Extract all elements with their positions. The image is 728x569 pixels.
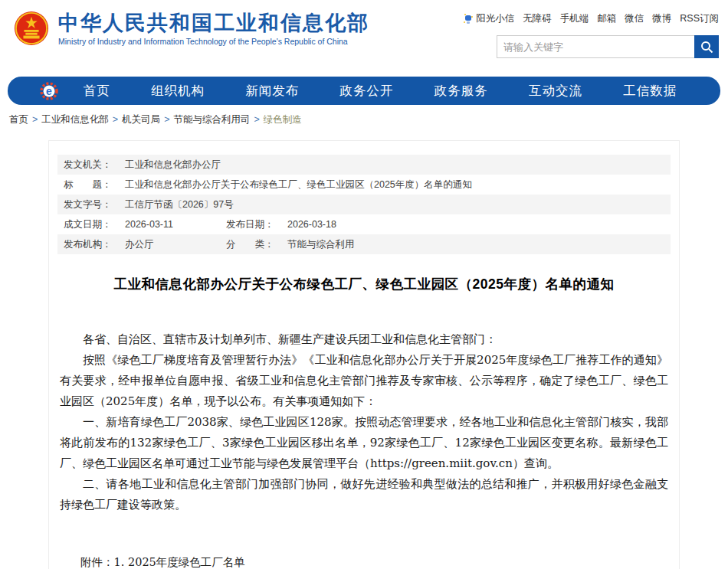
miit-gear-logo-icon: e (40, 82, 58, 100)
paragraph-item-one: 一、新培育绿色工厂2038家、绿色工业园区128家。按照动态管理要求，经各地工业… (60, 412, 668, 474)
meta-label: 成文日期： (64, 214, 125, 234)
nav-item-home[interactable]: 首页 (84, 83, 110, 100)
meta-value: 节能与综合利用 (287, 239, 355, 250)
attachments-label: 附件： (80, 556, 114, 568)
meta-row-issuing-authority: 发文机关：工业和信息化部办公厅 (57, 155, 671, 175)
paragraph-intro: 按照《绿色工厂梯度培育及管理暂行办法》《工业和信息化部办公厅关于开展2025年度… (60, 350, 668, 412)
meta-row-title: 标 题：工业和信息化部办公厅关于公布绿色工厂、绿色工业园区（2025年度）名单的… (57, 175, 671, 195)
search-input[interactable] (497, 35, 694, 58)
breadcrumb-miit[interactable]: 工业和信息化部 (41, 114, 109, 125)
breadcrumb-energy-dept[interactable]: 节能与综合利用司 (173, 114, 250, 125)
meta-value: 办公厅 (125, 234, 226, 254)
document-title: 工业和信息化部办公厅关于公布绿色工厂、绿色工业园区（2025年度）名单的通知 (57, 275, 671, 293)
weibo-link[interactable]: 微博 (652, 12, 671, 25)
document-container: 发文机关：工业和信息化部办公厅 标 题：工业和信息化部办公厅关于公布绿色工厂、绿… (48, 140, 680, 569)
breadcrumb-separator: > (164, 114, 169, 125)
accessibility-link[interactable]: 无障碍 (523, 12, 552, 25)
site-title-en: Ministry of Industry and Information Tec… (58, 37, 369, 46)
breadcrumb-separator: > (113, 114, 118, 125)
nav-item-organization[interactable]: 组织机构 (151, 83, 205, 100)
nav-item-gov-openness[interactable]: 政务公开 (339, 83, 393, 100)
attachments-section: 附件：1. 2025年度绿色工厂名单 2. 2025年度绿色工业园区名单 3. … (57, 552, 671, 569)
rss-link[interactable]: RSS订阅 (680, 12, 719, 25)
meta-label: 发文字号： (64, 195, 125, 214)
breadcrumb-separator: > (32, 114, 38, 125)
meta-value: 工信厅节函〔2026〕97号 (125, 199, 234, 210)
meta-row-publisher-category: 发布机构：办公厅分 类：节能与综合利用 (57, 234, 671, 254)
document-body: 各省、自治区、直辖市及计划单列市、新疆生产建设兵团工业和信息化主管部门： 按照《… (57, 329, 671, 515)
assistant-robot-icon (463, 13, 474, 25)
nav-item-news[interactable]: 新闻发布 (245, 83, 299, 100)
breadcrumb-departments[interactable]: 机关司局 (122, 114, 160, 125)
breadcrumb-separator: > (254, 114, 259, 125)
breadcrumb-current: 绿色制造 (264, 114, 302, 125)
meta-value: 工业和信息化部办公厅关于公布绿色工厂、绿色工业园区（2025年度）名单的通知 (125, 179, 472, 190)
meta-value: 工业和信息化部办公厅 (125, 159, 221, 170)
breadcrumb-home[interactable]: 首页 (9, 114, 28, 125)
paragraph-salutation: 各省、自治区、直辖市及计划单列市、新疆生产建设兵团工业和信息化主管部门： (60, 329, 668, 350)
utility-links: 阳光小信 无障碍 手机端 邮箱 微信 微博 RSS订阅 (497, 12, 719, 25)
nav-item-gov-services[interactable]: 政务服务 (435, 83, 488, 100)
meta-row-document-number: 发文字号：工信厅节函〔2026〕97号 (57, 195, 671, 214)
nav-item-miit-data[interactable]: 工信数据 (623, 83, 677, 100)
wechat-link[interactable]: 微信 (625, 12, 644, 25)
mail-link[interactable]: 邮箱 (597, 12, 616, 25)
meta-label: 发布机构： (64, 234, 125, 254)
meta-value: 2026-03-18 (287, 219, 336, 230)
paragraph-item-two: 二、请各地工业和信息化主管部门加强部门协同，做好先进经验和典型做法的总结和推广，… (60, 474, 668, 515)
meta-row-dates: 成文日期：2026-03-11发布日期：2026-03-18 (57, 214, 671, 234)
meta-label: 发文机关： (64, 155, 125, 175)
mobile-link[interactable]: 手机端 (560, 12, 589, 25)
main-nav: e 首页 组织机构 新闻发布 政务公开 政务服务 互动交流 工信数据 (8, 77, 720, 105)
meta-value: 2026-03-11 (125, 214, 226, 234)
search-icon (700, 41, 713, 54)
meta-label: 发布日期： (226, 214, 287, 234)
assistant-link[interactable]: 阳光小信 (463, 12, 514, 25)
meta-label: 分 类： (226, 234, 287, 254)
national-emblem-icon (14, 11, 49, 46)
site-title: 中华人民共和国工业和信息化部 (58, 11, 369, 34)
document-meta-table: 发文机关：工业和信息化部办公厅 标 题：工业和信息化部办公厅关于公布绿色工厂、绿… (57, 155, 671, 254)
search-button[interactable] (694, 35, 719, 58)
meta-label: 标 题： (64, 175, 125, 195)
nav-item-interaction[interactable]: 互动交流 (529, 83, 582, 100)
svg-text:e: e (46, 85, 52, 97)
breadcrumb: 首页>工业和信息化部>机关司局>节能与综合利用司>绿色制造 (0, 105, 728, 131)
site-header: 中华人民共和国工业和信息化部 Ministry of Industry and … (0, 0, 728, 74)
attachment-link-1[interactable]: 1. 2025年度绿色工厂名单 (114, 556, 245, 568)
